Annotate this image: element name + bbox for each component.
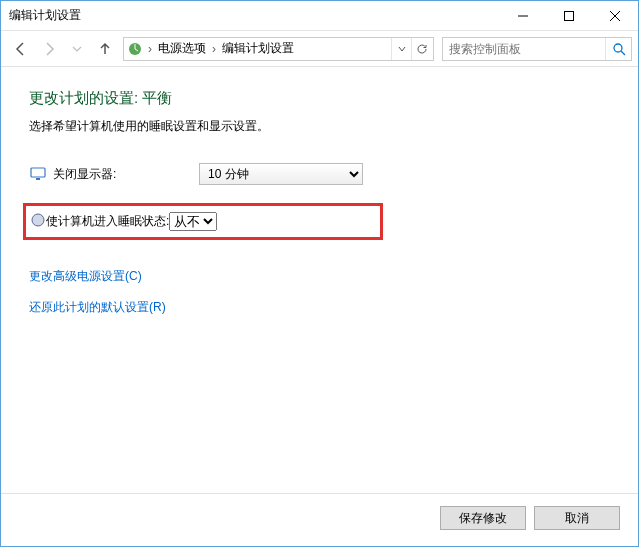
advanced-settings-link[interactable]: 更改高级电源设置(C) <box>29 268 610 285</box>
chevron-right-icon: › <box>210 42 218 56</box>
monitor-icon <box>29 165 47 183</box>
recent-dropdown[interactable] <box>63 35 91 63</box>
page-subtext: 选择希望计算机使用的睡眠设置和显示设置。 <box>29 118 610 135</box>
display-off-label: 关闭显示器: <box>53 166 199 183</box>
save-button[interactable]: 保存修改 <box>440 506 526 530</box>
page-heading: 更改计划的设置: 平衡 <box>29 89 610 108</box>
address-bar[interactable]: › 电源选项 › 编辑计划设置 <box>123 37 434 61</box>
restore-defaults-link[interactable]: 还原此计划的默认设置(R) <box>29 299 610 316</box>
power-plan-icon <box>126 40 144 58</box>
back-button[interactable] <box>7 35 35 63</box>
svg-point-5 <box>614 44 622 52</box>
forward-button[interactable] <box>35 35 63 63</box>
search-box[interactable] <box>442 37 632 61</box>
svg-rect-8 <box>36 178 40 180</box>
refresh-button[interactable] <box>411 38 431 60</box>
sleep-label: 使计算机进入睡眠状态: <box>46 213 169 230</box>
svg-line-6 <box>621 51 625 55</box>
svg-point-9 <box>32 214 44 226</box>
up-button[interactable] <box>91 35 119 63</box>
moon-icon <box>30 212 46 231</box>
footer: 保存修改 取消 <box>1 493 638 530</box>
breadcrumb-item[interactable]: 编辑计划设置 <box>218 40 298 57</box>
search-icon[interactable] <box>605 38 631 60</box>
minimize-button[interactable] <box>500 1 546 31</box>
search-input[interactable] <box>443 42 605 56</box>
setting-row-display-off: 关闭显示器: 10 分钟 <box>29 163 610 185</box>
close-button[interactable] <box>592 1 638 31</box>
cancel-button[interactable]: 取消 <box>534 506 620 530</box>
navbar: › 电源选项 › 编辑计划设置 <box>1 31 638 67</box>
svg-rect-1 <box>565 11 574 20</box>
highlighted-setting: 使计算机进入睡眠状态: 从不 <box>23 203 383 240</box>
maximize-button[interactable] <box>546 1 592 31</box>
sleep-select[interactable]: 从不 <box>169 212 217 231</box>
address-dropdown[interactable] <box>391 38 411 60</box>
window-title: 编辑计划设置 <box>1 7 500 24</box>
display-off-select[interactable]: 10 分钟 <box>199 163 363 185</box>
chevron-right-icon: › <box>146 42 154 56</box>
breadcrumb-item[interactable]: 电源选项 <box>154 40 210 57</box>
content-area: 更改计划的设置: 平衡 选择希望计算机使用的睡眠设置和显示设置。 关闭显示器: … <box>1 67 638 340</box>
svg-rect-7 <box>31 168 45 177</box>
titlebar: 编辑计划设置 <box>1 1 638 31</box>
